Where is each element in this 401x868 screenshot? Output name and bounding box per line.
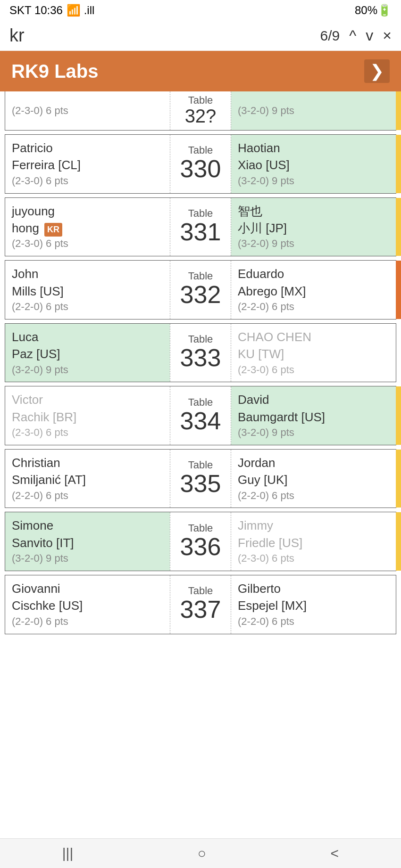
right-record-330: (3-2-0) 9 pts [238, 174, 389, 188]
left-record-332: (2-2-0) 6 pts [12, 300, 163, 314]
table-label-330: Table [188, 145, 213, 156]
bottom-nav: ||| ○ < [0, 838, 401, 868]
table-cell-336: Table 336 [170, 512, 231, 571]
left-record-337: (2-2-0) 6 pts [12, 614, 163, 629]
table-label-332: Table [188, 271, 213, 281]
left-name-335: Christian [12, 454, 163, 471]
left-name-337: Giovanni [12, 580, 163, 597]
left-country-337: Cischke [US] [12, 597, 163, 614]
app-header: RK9 Labs ❯ [0, 51, 401, 91]
left-player-331: juyoung hong KR (2-3-0) 6 pts [5, 198, 170, 256]
right-record-337: (2-2-0) 6 pts [238, 614, 389, 629]
match-row-336[interactable]: Simone Sanvito [IT] (3-2-0) 9 pts Table … [5, 512, 396, 571]
flag-badge-kr: KR [44, 223, 62, 237]
table-number-332: 332 [180, 281, 221, 308]
table-number-335: 335 [180, 470, 221, 497]
right-country-337: Espejel [MX] [238, 597, 389, 614]
right-record-334: (3-2-0) 9 pts [238, 426, 389, 440]
indicator-335 [396, 450, 401, 508]
left-player-333: Luca Paz [US] (3-2-0) 9 pts [5, 324, 170, 382]
back-icon[interactable]: < [331, 845, 339, 861]
nav-bar: kr 6/9 ^ v × [0, 21, 401, 51]
left-country-334: Rachik [BR] [12, 409, 163, 426]
nav-close-icon[interactable]: × [383, 27, 392, 44]
table-label-335: Table [188, 460, 213, 470]
partial-right-cell: (3-2-0) 9 pts [231, 91, 396, 130]
right-player-331: 智也 小川 [JP] (3-2-0) 9 pts [231, 198, 396, 256]
left-player-334: Victor Rachik [BR] (2-3-0) 6 pts [5, 386, 170, 445]
partial-table-number: 32? [185, 106, 217, 126]
partial-left-cell: (2-3-0) 6 pts [5, 91, 170, 130]
left-name-331: juyoung [12, 203, 163, 220]
menu-icon[interactable]: ||| [62, 845, 73, 861]
search-text: kr [9, 25, 320, 46]
table-label-334: Table [188, 397, 213, 408]
match-row-332[interactable]: John Mills [US] (2-2-0) 6 pts Table 332 … [5, 260, 396, 319]
nav-up-icon[interactable]: ^ [349, 27, 356, 44]
nav-down-icon[interactable]: v [366, 27, 373, 44]
left-country-331: hong KR [12, 220, 163, 237]
right-record-336: (2-3-0) 6 pts [238, 551, 389, 566]
right-country-334: Baumgardt [US] [238, 409, 389, 426]
right-country-336: Friedle [US] [238, 534, 389, 551]
table-label-333: Table [188, 334, 213, 344]
table-cell-337: Table 337 [170, 575, 231, 634]
home-icon[interactable]: ○ [198, 845, 206, 861]
partial-right-record: (3-2-0) 9 pts [238, 104, 389, 118]
match-row-334[interactable]: Victor Rachik [BR] (2-3-0) 6 pts Table 3… [5, 386, 396, 445]
match-row-330[interactable]: Patricio Ferreira [CL] (2-3-0) 6 pts Tab… [5, 134, 396, 194]
left-player-335: Christian Smiljanić [AT] (2-2-0) 6 pts [5, 450, 170, 508]
left-player-336: Simone Sanvito [IT] (3-2-0) 9 pts [5, 512, 170, 571]
partial-table-label: Table [188, 95, 213, 106]
status-bar: SKT 10:36 📶 .ill 80%🔋 [0, 0, 401, 21]
match-row-337[interactable]: Giovanni Cischke [US] (2-2-0) 6 pts Tabl… [5, 575, 396, 634]
right-record-335: (2-2-0) 6 pts [238, 489, 389, 503]
right-name-336: Jimmy [238, 517, 389, 534]
battery-text: 80%🔋 [355, 4, 392, 17]
header-chevron-icon[interactable]: ❯ [364, 59, 390, 83]
right-name-334: David [238, 391, 389, 408]
status-right: 80%🔋 [355, 4, 392, 17]
right-name-337: Gilberto [238, 580, 389, 597]
right-country-331: 小川 [JP] [238, 220, 389, 237]
status-left: SKT 10:36 📶 .ill [9, 4, 94, 17]
indicator-336 [396, 512, 401, 571]
match-row-333[interactable]: Luca Paz [US] (3-2-0) 9 pts Table 333 CH… [5, 323, 396, 383]
left-record-333: (3-2-0) 9 pts [12, 363, 163, 377]
right-player-334: David Baumgardt [US] (3-2-0) 9 pts [231, 386, 396, 445]
table-cell-331: Table 331 [170, 198, 231, 256]
table-label-331: Table [188, 208, 213, 219]
nav-icons: ^ v × [349, 27, 392, 44]
right-record-332: (2-2-0) 6 pts [238, 300, 389, 314]
right-name-333: CHAO CHEN [238, 328, 389, 345]
right-country-335: Guy [UK] [238, 471, 389, 488]
right-record-333: (2-3-0) 6 pts [238, 363, 389, 377]
indicator-332 [396, 261, 401, 319]
table-cell-335: Table 335 [170, 450, 231, 508]
left-country-333: Paz [US] [12, 345, 163, 362]
table-cell-333: Table 333 [170, 324, 231, 382]
right-country-332: Abrego [MX] [238, 283, 389, 300]
partial-left-record: (2-3-0) 6 pts [12, 104, 163, 118]
left-record-335: (2-2-0) 6 pts [12, 489, 163, 503]
match-row-331[interactable]: juyoung hong KR (2-3-0) 6 pts Table 331 … [5, 197, 396, 257]
right-player-333: CHAO CHEN KU [TW] (2-3-0) 6 pts [231, 324, 396, 382]
left-name-332: John [12, 265, 163, 282]
right-player-330: Haotian Xiao [US] (3-2-0) 9 pts [231, 135, 396, 193]
table-number-330: 330 [180, 156, 221, 182]
indicator-330 [396, 135, 401, 193]
right-name-331: 智也 [238, 203, 389, 220]
left-country-332: Mills [US] [12, 283, 163, 300]
left-name-334: Victor [12, 391, 163, 408]
left-player-332: John Mills [US] (2-2-0) 6 pts [5, 261, 170, 319]
table-number-333: 333 [180, 344, 221, 371]
match-row-335[interactable]: Christian Smiljanić [AT] (2-2-0) 6 pts T… [5, 449, 396, 508]
left-country-335: Smiljanić [AT] [12, 471, 163, 488]
right-name-335: Jordan [238, 454, 389, 471]
partial-side-indicator [396, 91, 401, 130]
right-record-331: (3-2-0) 9 pts [238, 237, 389, 251]
left-player-330: Patricio Ferreira [CL] (2-3-0) 6 pts [5, 135, 170, 193]
right-player-335: Jordan Guy [UK] (2-2-0) 6 pts [231, 450, 396, 508]
left-record-330: (2-3-0) 6 pts [12, 174, 163, 188]
indicator-334 [396, 386, 401, 445]
